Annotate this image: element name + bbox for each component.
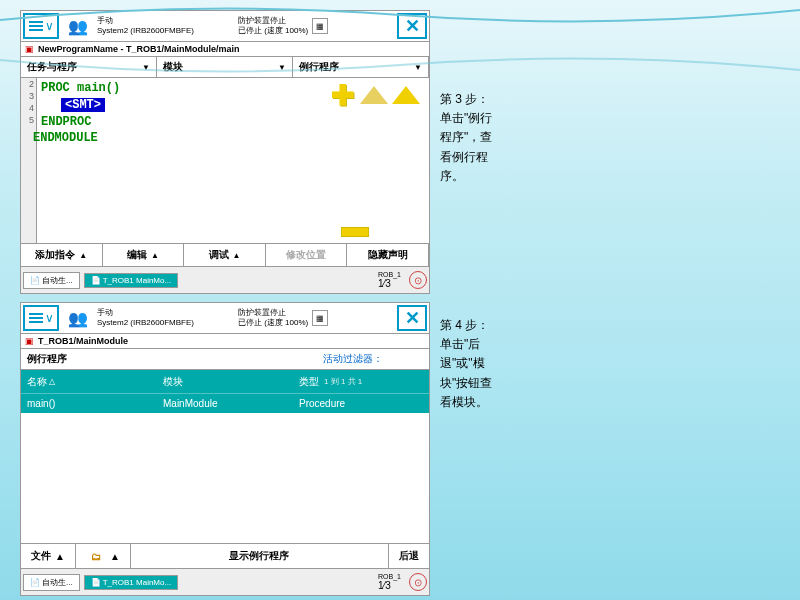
action-edit[interactable]: 编辑▲ <box>103 244 185 266</box>
action-filter[interactable]: 🗂▲ <box>76 544 131 568</box>
menu-button[interactable]: ∨ <box>23 305 59 331</box>
window-icon[interactable]: ▦ <box>312 310 328 326</box>
code-endproc: ENDPROC <box>41 115 91 129</box>
instruction-sidebar: 第 3 步：单击"例行程序"，查看例行程序。 第 4 步：单击"后退"或"模块"… <box>440 10 500 596</box>
robot-indicator: ROB_1 1⁄3 <box>374 269 405 291</box>
header-type[interactable]: 类型1 到 1 共 1 <box>293 370 429 393</box>
tab-rob1[interactable]: 📄T_ROB1 MainMo... <box>84 273 178 288</box>
tab-auto[interactable]: 📄自动生... <box>23 272 80 289</box>
tab-auto[interactable]: 📄自动生... <box>23 574 80 591</box>
action-show-routine[interactable]: 显示例行程序 <box>131 544 389 568</box>
minus-icon[interactable] <box>341 227 369 237</box>
plus-icon[interactable]: ✚ <box>327 82 357 108</box>
code-area[interactable]: 2345 PROC main() <SMT> ENDPROC ENDMODULE… <box>21 78 429 243</box>
routine-label: 例行程序 <box>27 352 67 366</box>
robot-indicator: ROB_1 1⁄3 <box>374 571 405 593</box>
operator-icon: 👥 <box>63 306 93 330</box>
action-modify-position: 修改位置 <box>266 244 348 266</box>
bottom-actions: 文件▲ 🗂▲ 显示例行程序 后退 <box>21 543 429 568</box>
triangle-up-icon[interactable] <box>391 82 421 108</box>
row-count: 1 到 1 共 1 <box>321 373 365 390</box>
filter-bar: 例行程序 活动过滤器： <box>21 349 429 370</box>
code-smt[interactable]: <SMT> <box>61 98 105 112</box>
bottom-bar: 📄自动生... 📄T_ROB1 MainMo... ROB_1 1⁄3 ⊙ <box>21 266 429 293</box>
line-numbers: 2345 <box>21 78 37 243</box>
action-back[interactable]: 后退 <box>389 544 429 568</box>
table-row[interactable]: main() MainModule Procedure <box>21 393 429 413</box>
action-debug[interactable]: 调试▲ <box>184 244 266 266</box>
step-3-text: 第 3 步：单击"例行程序"，查看例行程序。 <box>440 90 500 186</box>
bottom-bar: 📄自动生... 📄T_ROB1 MainMo... ROB_1 1⁄3 ⊙ <box>21 568 429 595</box>
code-endmodule: ENDMODULE <box>33 131 98 145</box>
status-icon[interactable]: ⊙ <box>409 573 427 591</box>
triangle-outline-icon[interactable] <box>359 82 389 108</box>
action-file[interactable]: 文件▲ <box>21 544 76 568</box>
step-4-text: 第 4 步：单击"后退"或"模块"按钮查看模块。 <box>440 316 500 412</box>
action-bar: 添加指令▲ 编辑▲ 调试▲ 修改位置 隐藏声明 <box>21 243 429 266</box>
active-filter-label: 活动过滤器： <box>323 352 383 366</box>
close-button[interactable]: ✕ <box>397 305 427 331</box>
header-name[interactable]: 名称△ <box>21 370 157 393</box>
cell-name: main() <box>21 394 157 413</box>
path-bar: ▣ T_ROB1/MainModule <box>21 334 429 349</box>
device-info: 手动 System2 (IRB2600FMBFE) <box>97 308 194 329</box>
routine-list-panel: ∨ 👥 手动 System2 (IRB2600FMBFE) 防护装置停止 已停止… <box>20 302 430 596</box>
header-module[interactable]: 模块 <box>157 370 293 393</box>
list-area <box>21 413 429 543</box>
code-proc: PROC main() <box>41 81 120 95</box>
edit-shapes: ✚ <box>327 82 421 108</box>
cell-type: Procedure <box>293 394 429 413</box>
status-icon[interactable]: ⊙ <box>409 271 427 289</box>
table-header: 名称△ 模块 类型1 到 1 共 1 <box>21 370 429 393</box>
status-info: 防护装置停止 已停止 (速度 100%) <box>238 308 308 329</box>
cell-module: MainModule <box>157 394 293 413</box>
tab-rob1[interactable]: 📄T_ROB1 MainMo... <box>84 575 178 590</box>
program-icon: ▣ <box>25 336 34 346</box>
code-content: PROC main() <SMT> ENDPROC ENDMODULE <box>37 78 124 243</box>
module-path: T_ROB1/MainModule <box>38 336 128 346</box>
filter-icon: 🗂 <box>86 548 106 564</box>
action-hide-declarations[interactable]: 隐藏声明 <box>347 244 429 266</box>
topbar: ∨ 👥 手动 System2 (IRB2600FMBFE) 防护装置停止 已停止… <box>21 303 429 334</box>
action-add-instruction[interactable]: 添加指令▲ <box>21 244 103 266</box>
